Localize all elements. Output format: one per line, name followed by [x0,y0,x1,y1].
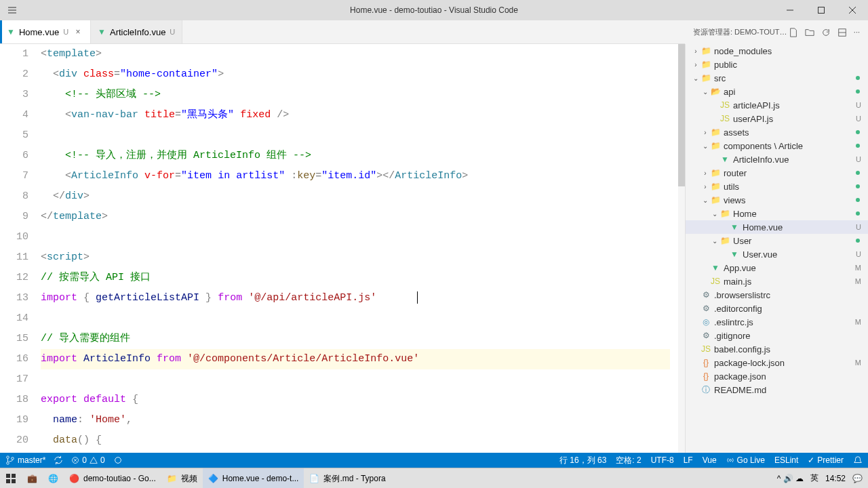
minimize-button[interactable] [774,0,806,20]
tree-item[interactable]: {}package-lock.jsonM [686,356,868,369]
prettier[interactable]: ✓ Prettier [808,455,844,465]
explorer-header: 资源管理器: DEMO-TOUTIAO ··· [685,20,868,44]
notifications-icon[interactable] [853,455,863,465]
tree-item[interactable]: ⚙.gitignore [686,329,868,342]
more-icon[interactable]: ··· [854,28,860,37]
svg-rect-1 [818,7,825,14]
line-numbers: 123456789101112131415161718192021 [0,44,41,453]
git-branch[interactable]: master* [5,455,45,465]
ime-indicator[interactable]: 英 [810,472,818,484]
sync-icon[interactable] [54,455,63,465]
tree-item[interactable]: ▼User.vueU [686,247,868,261]
tree-item[interactable]: ›📁node_modules [686,44,868,58]
svg-point-11 [729,460,731,462]
tab-status: U [63,28,68,36]
svg-point-8 [12,458,14,460]
clock[interactable]: 14:52 [825,474,846,483]
taskbar-app[interactable]: 💼 [22,468,43,489]
tree-item[interactable]: JSarticleAPI.jsU [686,98,868,112]
new-file-icon[interactable] [789,28,798,37]
taskbar-app[interactable]: 🌐 [43,468,64,489]
language-mode[interactable]: Vue [703,455,717,465]
tree-item[interactable]: ⌄📁Home [686,207,868,220]
tree-item[interactable]: ⌄📁User [686,234,868,247]
tree-item[interactable]: {}package.json [686,369,868,383]
tree-item[interactable]: ⚙.editorconfig [686,302,868,315]
tab-label: ArticleInfo.vue [110,27,165,37]
svg-point-10 [115,458,121,464]
tree-item[interactable]: ◎.eslintrc.jsM [686,315,868,329]
tree-item[interactable]: ⌄📂api [686,85,868,98]
refresh-icon[interactable] [821,28,831,37]
collapse-icon[interactable] [837,28,847,37]
code-content[interactable]: <template> <div class="home-container"> … [41,44,678,453]
vue-icon: ▼ [98,27,106,37]
explorer-title: 资源管理器: DEMO-TOUTIAO [693,27,789,37]
windows-taskbar: 💼 🌐 🔴demo-toutiao - Go... 📁视频 🔷Home.vue … [0,468,868,488]
window-title: Home.vue - demo-toutiao - Visual Studio … [350,5,518,15]
svg-rect-14 [6,479,10,483]
taskbar-chrome[interactable]: 🔴demo-toutiao - Go... [64,468,161,489]
tree-item[interactable]: ⌄📁components \ Article [686,139,868,152]
taskbar-vscode[interactable]: 🔷Home.vue - demo-t... [203,468,304,489]
file-tree[interactable]: ›📁node_modules›📁public⌄📁src⌄📂apiJSarticl… [686,44,868,453]
taskbar-typora[interactable]: 📄案例.md - Typora [304,468,391,489]
tree-item[interactable]: ▼App.vueM [686,261,868,274]
cursor-position[interactable]: 行 16，列 63 [559,455,606,466]
ports-icon[interactable] [113,455,123,465]
tree-item[interactable]: ⌄📁views [686,193,868,207]
tree-item[interactable]: ›📁router [686,166,868,180]
tab-status: U [170,28,175,36]
explorer-sidebar: ›📁node_modules›📁public⌄📁src⌄📂apiJSarticl… [685,44,868,453]
tree-item[interactable]: ›📁public [686,58,868,71]
tab-home-vue[interactable]: ▼ Home.vue U × [0,20,91,43]
code-editor[interactable]: 123456789101112131415161718192021 <templ… [0,44,685,453]
new-folder-icon[interactable] [805,28,814,37]
go-live[interactable]: Go Live [726,455,765,465]
tree-item[interactable]: JSbabel.config.js [686,342,868,356]
eol[interactable]: LF [684,455,693,465]
tree-item[interactable]: ▼Home.vueU [686,220,868,234]
svg-rect-15 [12,479,16,483]
tree-item[interactable]: ⌄📁src [686,71,868,85]
eslint[interactable]: ESLint [774,455,798,465]
indent[interactable]: 空格: 2 [616,455,641,466]
tab-articleinfo-vue[interactable]: ▼ ArticleInfo.vue U [91,20,182,43]
tab-label: Home.vue [19,27,59,37]
problems[interactable]: 0 0 [71,455,104,465]
start-button[interactable] [0,468,22,489]
minimap-thumb[interactable] [678,44,685,186]
svg-rect-13 [12,474,16,478]
tree-item[interactable]: JSuserAPI.jsU [686,112,868,125]
tray-icons[interactable]: ^ 🔊 ☁ [777,474,804,483]
tree-item[interactable]: JSmain.jsM [686,274,868,288]
titlebar: Home.vue - demo-toutiao - Visual Studio … [0,0,868,20]
tree-item[interactable]: ›📁assets [686,125,868,139]
tree-item[interactable]: ›📁utils [686,180,868,193]
maximize-button[interactable] [806,0,837,20]
close-icon[interactable]: × [73,27,83,37]
svg-point-6 [7,456,9,459]
svg-point-7 [7,462,9,465]
tree-item[interactable]: ⚙.browserslistrc [686,288,868,302]
app-menu-icon[interactable] [5,3,19,17]
svg-rect-12 [6,474,10,478]
status-bar: master* 0 0 行 16，列 63 空格: 2 UTF-8 LF Vue… [0,453,868,468]
close-button[interactable] [837,0,868,20]
minimap[interactable] [678,44,685,453]
tree-item[interactable]: ▼ArticleInfo.vueU [686,152,868,166]
notification-center[interactable]: 💬 [852,474,863,483]
tree-item[interactable]: ⓘREADME.md [686,383,868,396]
taskbar-folder[interactable]: 📁视频 [161,468,203,489]
vue-icon: ▼ [7,27,15,37]
encoding[interactable]: UTF-8 [651,455,674,465]
